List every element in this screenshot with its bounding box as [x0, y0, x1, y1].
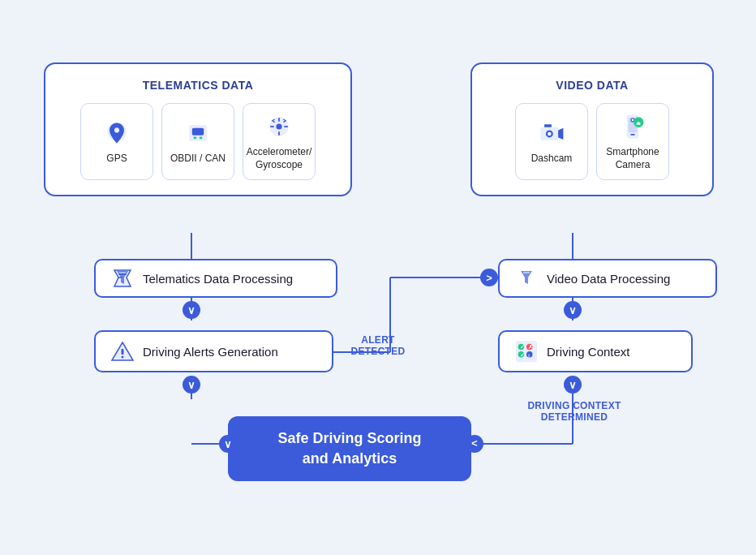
telematics-title: TELEMATICS DATA — [60, 79, 336, 92]
gps-label: GPS — [106, 153, 127, 166]
driving-context-label: Driving Context — [547, 345, 630, 359]
obd-item: OBDII / CAN — [161, 103, 234, 180]
gps-icon — [102, 118, 131, 148]
arrow-left-2: > — [466, 435, 483, 453]
svg-text:✓: ✓ — [520, 344, 525, 350]
accel-label: Accelerometer/Gyroscope — [247, 146, 312, 171]
arrow-down-3: ∨ — [564, 301, 582, 319]
video-title: VIDEO DATA — [487, 79, 698, 92]
svg-rect-38 — [119, 272, 126, 273]
svg-point-30 — [632, 119, 634, 122]
video-processing-box: Video Data Processing — [498, 259, 717, 298]
alert-detected-label: ALERT DETECTED — [346, 334, 410, 357]
smartphone-item: SmartphoneCamera — [596, 103, 669, 180]
dashcam-icon — [537, 118, 566, 148]
svg-rect-15 — [200, 136, 203, 139]
diagram-container: TELEMATICS DATA GPS OBDII / CAN — [13, 14, 743, 541]
svg-rect-42 — [523, 272, 530, 273]
svg-text:✗: ✗ — [528, 344, 533, 350]
arrow-right-1: > — [480, 269, 498, 286]
telematics-processing-box: Telematics Data Processing — [94, 259, 337, 298]
svg-text:✓: ✓ — [520, 352, 525, 358]
video-data-box: VIDEO DATA Dashcam — [470, 62, 714, 196]
svg-rect-40 — [122, 349, 124, 355]
driving-alerts-box: Driving Alerts Generation — [94, 330, 333, 372]
safe-driving-label: Safe Driving Scoringand Analytics — [277, 428, 421, 469]
arrow-down-4: ∨ — [564, 376, 582, 394]
smartphone-icon — [618, 112, 647, 141]
arrow-down-2: ∨ — [183, 376, 200, 394]
obd-label: OBDII / CAN — [170, 153, 226, 166]
dashcam-label: Dashcam — [531, 153, 573, 166]
accel-item: Accelerometer/Gyroscope — [243, 103, 316, 180]
svg-rect-31 — [630, 134, 634, 136]
smartphone-label: SmartphoneCamera — [606, 146, 659, 171]
svg-marker-25 — [558, 127, 563, 139]
driving-alerts-label: Driving Alerts Generation — [143, 345, 278, 359]
telematics-data-box: TELEMATICS DATA GPS OBDII / CAN — [44, 62, 352, 196]
video-items: Dashcam SmartphoneCamera — [487, 103, 698, 180]
telematics-processing-label: Telematics Data Processing — [143, 272, 293, 286]
gps-item: GPS — [80, 103, 153, 180]
svg-rect-14 — [194, 136, 197, 139]
svg-rect-26 — [544, 124, 552, 127]
accel-icon — [264, 112, 294, 141]
svg-rect-13 — [192, 127, 204, 135]
alert-icon — [110, 339, 135, 364]
dashcam-item: Dashcam — [515, 103, 588, 180]
context-determined-label: DRIVING CONTEXT DETERMINED — [518, 400, 631, 423]
telematics-items: GPS OBDII / CAN — [60, 103, 336, 180]
obd-icon — [183, 118, 213, 148]
video-processing-icon — [514, 266, 539, 290]
driving-context-box: ✓ ✓ ✗ i Driving Context — [498, 330, 693, 372]
context-icon: ✓ ✓ ✗ i — [514, 339, 539, 364]
video-processing-label: Video Data Processing — [547, 272, 670, 286]
telematics-processing-icon — [110, 266, 135, 290]
svg-point-24 — [548, 131, 552, 136]
arrow-down-1: ∨ — [183, 301, 200, 319]
arrow-left-1: ∨ — [219, 435, 237, 453]
svg-point-41 — [122, 356, 124, 359]
svg-point-17 — [276, 123, 281, 129]
safe-driving-box: Safe Driving Scoringand Analytics — [228, 416, 471, 481]
